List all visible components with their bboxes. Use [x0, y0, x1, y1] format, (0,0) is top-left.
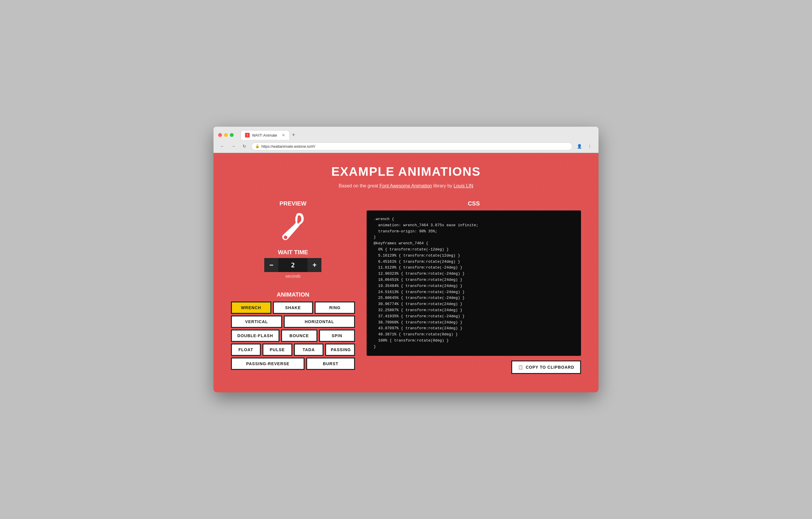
css-code-box: .wrench { animation: wrench_7464 3.875s … [367, 211, 581, 356]
anim-row-3: DOUBLE-FLASH BOUNCE SPIN [231, 330, 355, 342]
anim-btn-spin[interactable]: SPIN [319, 330, 355, 342]
reload-button[interactable]: ↻ [240, 142, 249, 150]
new-tab-button[interactable]: + [292, 132, 295, 140]
tab-close-button[interactable]: ✕ [282, 133, 285, 137]
anim-btn-horizontal[interactable]: HORIZONTAL [284, 316, 355, 328]
anim-btn-float[interactable]: FLOAT [231, 344, 261, 356]
copy-icon: 📋 [518, 365, 523, 370]
back-button[interactable]: ← [218, 142, 226, 150]
active-tab[interactable]: ! WAIT! Animate ✕ [241, 130, 290, 140]
anim-row-4: FLOAT PULSE TADA PASSING [231, 344, 355, 356]
anim-row-1: WRENCH SHAKE RING [231, 302, 355, 314]
copy-to-clipboard-button[interactable]: 📋 COPY TO CLIPBOARD [511, 360, 581, 374]
maximize-button[interactable] [230, 133, 234, 137]
tab-title: WAIT! Animate [252, 133, 277, 137]
lock-icon: 🔒 [255, 144, 260, 148]
tab-favicon: ! [245, 133, 250, 137]
louis-lin-link[interactable]: Louis LIN [454, 183, 473, 188]
page-title: EXAMPLE ANIMATIONS [231, 165, 581, 179]
anim-btn-vertical[interactable]: VERTICAL [231, 316, 282, 328]
subtitle-middle: library by [433, 183, 454, 188]
tab-bar: ! WAIT! Animate ✕ + [241, 130, 594, 140]
main-layout: Preview [231, 200, 581, 374]
animation-label: Animation [231, 291, 355, 298]
anim-row-2: VERTICAL HORIZONTAL [231, 316, 355, 328]
anim-btn-double-flash[interactable]: DOUBLE-FLASH [231, 330, 280, 342]
forward-button[interactable]: → [229, 142, 237, 150]
animation-section: Animation WRENCH SHAKE RING VERTICAL HOR… [231, 291, 355, 370]
anim-row-5: PASSING-REVERSE BURST [231, 358, 355, 370]
anim-btn-passing-reverse[interactable]: PASSING-REVERSE [231, 358, 304, 370]
wait-value-display: 2 [278, 258, 308, 272]
page-content: EXAMPLE ANIMATIONS Based on the great Fo… [213, 153, 599, 392]
minimize-button[interactable] [224, 133, 228, 137]
close-button[interactable] [218, 133, 222, 137]
css-label: CSS [367, 200, 581, 207]
animation-grid: WRENCH SHAKE RING VERTICAL HORIZONTAL DO… [231, 302, 355, 370]
anim-btn-burst[interactable]: BURST [306, 358, 355, 370]
copy-button-container: 📋 COPY TO CLIPBOARD [367, 360, 581, 374]
anim-btn-pulse[interactable]: PULSE [262, 344, 292, 356]
url-text: https://waitanimate.wstone.io/#!/ [261, 144, 315, 148]
menu-button[interactable]: ⋮ [586, 142, 594, 150]
anim-btn-ring[interactable]: RING [315, 302, 355, 314]
anim-btn-bounce[interactable]: BOUNCE [281, 330, 317, 342]
preview-section: Preview [231, 200, 355, 285]
address-bar[interactable]: 🔒 https://waitanimate.wstone.io/#!/ [252, 142, 572, 150]
decrease-wait-button[interactable]: − [264, 258, 278, 272]
browser-window: ! WAIT! Animate ✕ + ← → ↻ 🔒 https://wait… [213, 127, 599, 392]
wait-time-section: Wait time − 2 + seconds [264, 249, 321, 278]
right-panel: CSS .wrench { animation: wrench_7464 3.8… [367, 200, 581, 374]
left-panel: Preview [231, 200, 355, 370]
copy-label: COPY TO CLIPBOARD [526, 365, 574, 370]
wait-time-controls: − 2 + [264, 258, 321, 272]
page-subtitle: Based on the great Font Awesome Animatio… [231, 183, 581, 189]
browser-chrome: ! WAIT! Animate ✕ + ← → ↻ 🔒 https://wait… [213, 127, 599, 153]
subtitle-prefix: Based on the great [339, 183, 379, 188]
traffic-lights [218, 133, 234, 137]
increase-wait-button[interactable]: + [308, 258, 321, 272]
anim-btn-tada[interactable]: TADA [294, 344, 324, 356]
wait-time-label: Wait time [264, 249, 321, 256]
anim-btn-wrench[interactable]: WRENCH [231, 302, 271, 314]
extensions-button[interactable]: 👤 [575, 142, 583, 150]
font-awesome-link[interactable]: Font Awesome Animation [379, 183, 432, 188]
seconds-label: seconds [264, 274, 321, 278]
preview-label: Preview [231, 200, 355, 207]
anim-btn-shake[interactable]: SHAKE [273, 302, 313, 314]
browser-controls: ← → ↻ 🔒 https://waitanimate.wstone.io/#!… [213, 140, 599, 153]
browser-actions: 👤 ⋮ [575, 142, 594, 150]
anim-btn-passing[interactable]: PASSING [325, 344, 355, 356]
wrench-preview-icon [280, 211, 306, 243]
svg-point-0 [284, 236, 287, 239]
title-bar: ! WAIT! Animate ✕ + [213, 127, 599, 140]
